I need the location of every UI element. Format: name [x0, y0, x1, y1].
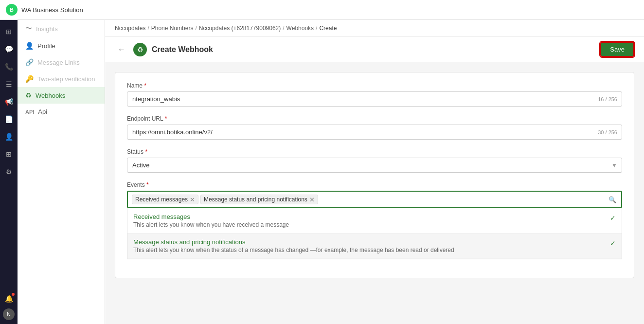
breadcrumb-phone-numbers[interactable]: Phone Numbers	[151, 25, 194, 32]
page-icon: ♻	[133, 43, 147, 56]
sidebar-icon-doc[interactable]: 📄	[1, 111, 17, 127]
breadcrumb-create: Create	[319, 25, 337, 32]
sidebar-icon-notifications[interactable]: 🔔	[1, 291, 17, 306]
nav-item-profile[interactable]: 👤 Profile	[18, 37, 105, 54]
save-button[interactable]: Save	[600, 42, 634, 57]
events-group: Events * Received messages ✕ Message sta…	[127, 181, 622, 259]
events-search-icon: 🔍	[608, 196, 616, 203]
nav-item-message-links: 🔗 Message Links	[18, 54, 105, 71]
events-required: *	[146, 181, 149, 188]
form-inner: Name * 16 / 256 Endpoint URL * 30 / 256	[115, 72, 634, 278]
events-dropdown: Received messages This alert lets you kn…	[127, 208, 622, 259]
page-header-left: ← ♻ Create Webhook	[115, 43, 213, 56]
icon-sidebar: ⊞ 💬 📞 ☰ 📢 📄 👤 ⊞ ⚙ 🔔 N	[0, 20, 18, 324]
main-layout: ⊞ 💬 📞 ☰ 📢 📄 👤 ⊞ ⚙ 🔔 N 〜 Insights 👤 Profi…	[0, 20, 644, 324]
status-select[interactable]: Active Inactive	[127, 158, 622, 173]
sidebar-icon-chat[interactable]: 💬	[1, 41, 17, 57]
profile-icon: 👤	[25, 42, 34, 50]
event-option-msg-status[interactable]: Message status and pricing notifications…	[127, 234, 622, 259]
name-input[interactable]	[127, 91, 622, 107]
name-required: *	[144, 82, 146, 89]
event-option-received-text: Received messages This alert lets you kn…	[133, 213, 289, 228]
app-logo: B	[6, 4, 18, 16]
endpoint-label: Endpoint URL *	[127, 115, 622, 122]
breadcrumb-webhooks[interactable]: Webhooks	[286, 25, 314, 32]
two-step-icon: 🔑	[25, 75, 34, 83]
name-char-count: 16 / 256	[598, 96, 617, 102]
event-tag-msg-status-label: Message status and pricing notifications	[204, 196, 307, 203]
event-option-received-title: Received messages	[133, 213, 289, 220]
sidebar-icon-settings[interactable]: ⚙	[1, 164, 17, 180]
nav-label-webhooks: Webhooks	[36, 92, 65, 99]
notification-dot	[12, 293, 15, 296]
content-area: Nccupdates / Phone Numbers / Nccupdates …	[105, 20, 644, 324]
event-option-received-desc: This alert lets you know when you have r…	[133, 221, 289, 228]
endpoint-input[interactable]	[127, 125, 622, 140]
app-title: WA Business Solution	[21, 6, 83, 14]
insights-icon: 〜	[25, 24, 32, 33]
webhooks-icon: ♻	[25, 91, 32, 99]
endpoint-group: Endpoint URL * 30 / 256	[127, 115, 622, 140]
status-label: Status *	[127, 148, 622, 155]
breadcrumb-sep-1: /	[147, 25, 149, 32]
endpoint-required: *	[165, 115, 167, 122]
event-tag-received-label: Received messages	[135, 196, 188, 203]
event-tag-received-remove[interactable]: ✕	[190, 197, 195, 203]
sidebar-icon-phone[interactable]: 📞	[1, 59, 17, 74]
back-button[interactable]: ←	[115, 43, 128, 56]
page-title: Create Webhook	[152, 45, 213, 54]
status-required: *	[145, 148, 147, 155]
nav-label-two-step: Two-step verification	[37, 75, 95, 83]
event-option-msg-status-check: ✓	[610, 239, 616, 247]
api-icon: API	[25, 109, 34, 115]
endpoint-input-wrapper: 30 / 256	[127, 125, 622, 140]
nav-item-insights: 〜 Insights	[18, 20, 105, 37]
sidebar-icon-home[interactable]: ⊞	[1, 24, 17, 39]
name-input-wrapper: 16 / 256	[127, 91, 622, 107]
sidebar-icon-grid[interactable]: ⊞	[1, 146, 17, 162]
page-header: ← ♻ Create Webhook Save	[105, 37, 644, 62]
event-option-received-check: ✓	[610, 214, 616, 222]
breadcrumb-sep-2: /	[195, 25, 197, 32]
name-label: Name *	[127, 82, 622, 89]
breadcrumb-phone[interactable]: Nccupdates (+6281779009062)	[199, 25, 281, 32]
nav-label-message-links: Message Links	[37, 59, 80, 66]
sidebar-icon-contact[interactable]: 👤	[1, 129, 17, 144]
endpoint-char-count: 30 / 256	[598, 129, 617, 135]
top-bar: B WA Business Solution	[0, 0, 644, 20]
breadcrumb-nccupdates[interactable]: Nccupdates	[115, 25, 145, 32]
message-links-icon: 🔗	[25, 58, 34, 66]
breadcrumb: Nccupdates / Phone Numbers / Nccupdates …	[105, 20, 644, 37]
event-tag-received: Received messages ✕	[132, 195, 198, 204]
event-option-msg-status-title: Message status and pricing notifications	[133, 238, 454, 246]
nav-label-api: Api	[38, 108, 47, 115]
breadcrumb-sep-3: /	[283, 25, 284, 32]
event-tag-msg-status: Message status and pricing notifications…	[200, 195, 318, 204]
nav-item-webhooks[interactable]: ♻ Webhooks	[18, 87, 105, 104]
name-group: Name * 16 / 256	[127, 82, 622, 107]
sidebar-icon-user-avatar[interactable]: N	[3, 308, 15, 320]
sidebar-icon-broadcast[interactable]: 📢	[1, 94, 17, 109]
form-container: Name * 16 / 256 Endpoint URL * 30 / 256	[105, 62, 644, 324]
left-nav: 〜 Insights 👤 Profile 🔗 Message Links 🔑 T…	[18, 20, 105, 324]
event-option-msg-status-text: Message status and pricing notifications…	[133, 238, 454, 253]
nav-label-insights: Insights	[36, 25, 58, 33]
breadcrumb-sep-4: /	[316, 25, 317, 32]
icon-sidebar-bottom: 🔔 N	[1, 291, 17, 324]
sidebar-icon-list[interactable]: ☰	[1, 76, 17, 92]
event-option-msg-status-desc: This alert lets you know when the status…	[133, 247, 454, 253]
nav-item-two-step: 🔑 Two-step verification	[18, 71, 105, 87]
status-group: Status * Active Inactive ▼	[127, 148, 622, 173]
nav-item-api[interactable]: API Api	[18, 104, 105, 120]
event-option-received[interactable]: Received messages This alert lets you kn…	[127, 208, 622, 234]
events-label: Events *	[127, 181, 622, 188]
status-select-wrapper: Active Inactive ▼	[127, 158, 622, 173]
nav-label-profile: Profile	[37, 42, 55, 50]
event-tag-msg-status-remove[interactable]: ✕	[309, 197, 315, 203]
events-input-box[interactable]: Received messages ✕ Message status and p…	[127, 191, 622, 208]
